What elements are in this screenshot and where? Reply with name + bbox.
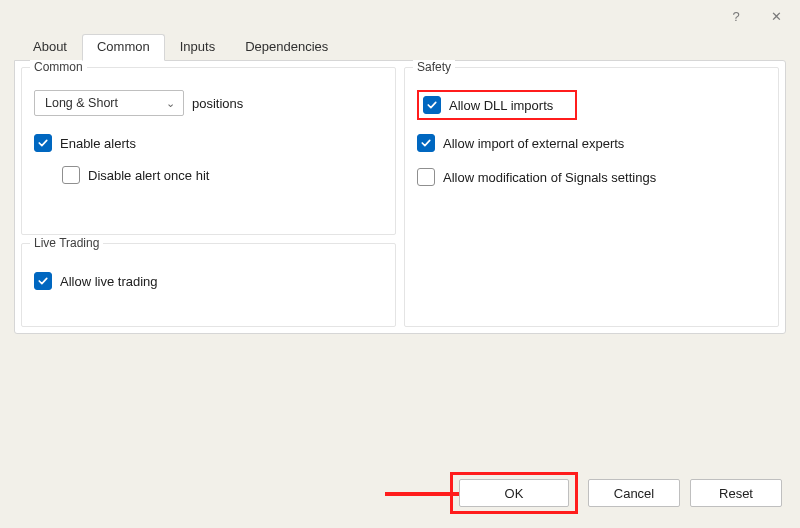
check-icon	[37, 137, 49, 149]
allow-ext-experts-label: Allow import of external experts	[443, 136, 624, 151]
allow-dll-checkbox[interactable]	[423, 96, 441, 114]
reset-button-label: Reset	[719, 486, 753, 501]
chevron-down-icon: ⌄	[166, 97, 175, 110]
ok-button-label: OK	[505, 486, 524, 501]
close-icon: ✕	[771, 9, 782, 24]
ok-button[interactable]: OK	[459, 479, 569, 507]
group-common: Common Long & Short ⌄ positions Enable a…	[21, 67, 396, 235]
help-button[interactable]: ?	[716, 0, 756, 32]
allow-dll-label: Allow DLL imports	[449, 98, 553, 113]
tab-inputs[interactable]: Inputs	[165, 34, 230, 61]
group-common-legend: Common	[30, 60, 87, 74]
group-live-trading: Live Trading Allow live trading	[21, 243, 396, 327]
allow-mod-signals-label: Allow modification of Signals settings	[443, 170, 656, 185]
enable-alerts-checkbox[interactable]	[34, 134, 52, 152]
tab-common[interactable]: Common	[82, 34, 165, 61]
ok-highlight: OK	[450, 472, 578, 514]
allow-ext-experts-checkbox[interactable]	[417, 134, 435, 152]
cancel-button-label: Cancel	[614, 486, 654, 501]
allow-live-trading-label: Allow live trading	[60, 274, 158, 289]
positions-dropdown-value: Long & Short	[45, 96, 118, 110]
check-icon	[37, 275, 49, 287]
help-icon: ?	[732, 9, 739, 24]
tab-panel-common: Common Long & Short ⌄ positions Enable a…	[14, 60, 786, 334]
positions-dropdown[interactable]: Long & Short ⌄	[34, 90, 184, 116]
disable-alert-once-label: Disable alert once hit	[88, 168, 209, 183]
left-column: Common Long & Short ⌄ positions Enable a…	[21, 67, 396, 327]
group-safety-legend: Safety	[413, 60, 455, 74]
group-safety: Safety Allow DLL imports Allow import of…	[404, 67, 779, 327]
check-icon	[420, 137, 432, 149]
check-icon	[426, 99, 438, 111]
enable-alerts-label: Enable alerts	[60, 136, 136, 151]
tab-dependencies[interactable]: Dependencies	[230, 34, 343, 61]
allow-dll-highlight: Allow DLL imports	[417, 90, 577, 120]
disable-alert-once-checkbox[interactable]	[62, 166, 80, 184]
tab-strip: About Common Inputs Dependencies	[0, 32, 800, 60]
titlebar: ? ✕	[0, 0, 800, 32]
allow-live-trading-checkbox[interactable]	[34, 272, 52, 290]
right-column: Safety Allow DLL imports Allow import of…	[404, 67, 779, 327]
tab-about[interactable]: About	[18, 34, 82, 61]
allow-mod-signals-checkbox[interactable]	[417, 168, 435, 186]
reset-button[interactable]: Reset	[690, 479, 782, 507]
button-bar: OK Cancel Reset	[0, 472, 800, 514]
positions-label: positions	[192, 96, 243, 111]
group-live-trading-legend: Live Trading	[30, 236, 103, 250]
close-button[interactable]: ✕	[756, 0, 796, 32]
cancel-button[interactable]: Cancel	[588, 479, 680, 507]
